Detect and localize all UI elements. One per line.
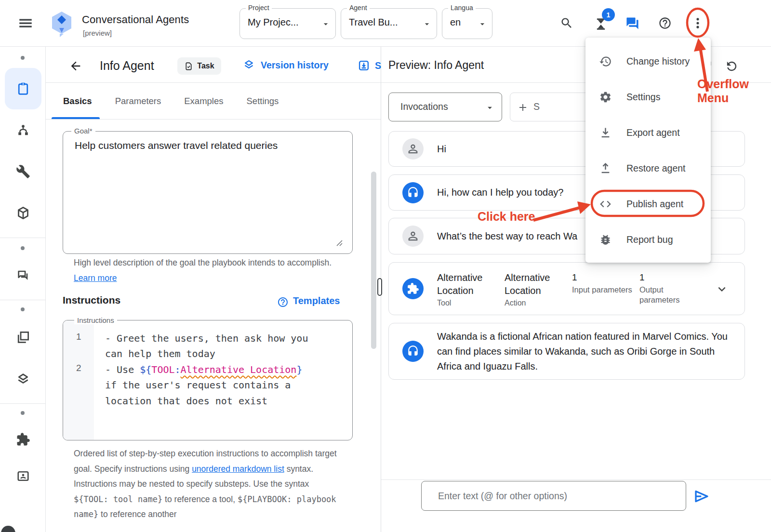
sidebar-item-flows[interactable] xyxy=(16,123,30,137)
sidebar-item-conversations[interactable] xyxy=(16,268,30,283)
chat-icon xyxy=(625,16,639,30)
notification-badge: 1 xyxy=(602,8,615,21)
package-icon xyxy=(16,206,30,220)
menu-item-settings[interactable]: Settings xyxy=(585,79,711,115)
sidebar-item-tools[interactable] xyxy=(16,164,30,179)
message-text: Wakanda is a fictional African nation fe… xyxy=(437,329,733,374)
language-dropdown-value: en xyxy=(450,17,461,28)
sidebar-item-contacts[interactable] xyxy=(16,469,30,483)
person-icon xyxy=(406,229,420,243)
badge-icon xyxy=(16,469,30,483)
menu-item-export-agent[interactable]: Export agent xyxy=(585,115,711,150)
sidebar-divider xyxy=(0,300,46,300)
conversation-icon xyxy=(16,268,30,283)
question-icon[interactable] xyxy=(277,296,289,308)
menu-item-report-bug[interactable]: Report bug xyxy=(585,222,711,257)
save-button[interactable]: S xyxy=(358,59,381,72)
plus-icon xyxy=(517,102,529,113)
divider xyxy=(381,82,771,83)
instructions-heading: Instructions xyxy=(63,294,120,306)
code-text: - Use xyxy=(105,364,140,375)
send-button[interactable] xyxy=(693,488,710,505)
agent-avatar xyxy=(402,182,424,203)
version-history-icon xyxy=(243,59,255,71)
resize-handle-icon[interactable] xyxy=(335,239,343,247)
download-icon xyxy=(599,126,612,139)
menu-item-label: Export agent xyxy=(626,127,680,138)
project-dropdown-value: My Projec... xyxy=(248,17,299,28)
sidebar-item-extensions[interactable] xyxy=(16,432,30,447)
save-example-label: S xyxy=(533,101,540,112)
goal-field-label: Goal* xyxy=(71,127,95,135)
gear-icon xyxy=(599,91,612,104)
helper-segment: to reference a tool, xyxy=(162,494,238,504)
agent-dropdown[interactable]: Agent Travel Bu... xyxy=(341,8,437,39)
sidebar-item-integrations[interactable] xyxy=(16,206,30,220)
sidebar-item-pages[interactable] xyxy=(16,330,30,345)
playbook-tabs: Basics Parameters Examples Settings xyxy=(52,83,290,119)
menu-item-label: Restore agent xyxy=(626,163,686,174)
code-token: : xyxy=(175,364,181,375)
menu-item-publish-agent[interactable]: Publish agent xyxy=(585,186,711,222)
layers-icon xyxy=(16,372,30,387)
help-icon xyxy=(658,16,672,30)
back-icon xyxy=(69,59,82,73)
code-text: if the user's request contains a locatio… xyxy=(105,379,291,406)
headset-icon xyxy=(407,345,419,358)
save-icon xyxy=(358,59,370,72)
tab-parameters[interactable]: Parameters xyxy=(104,83,173,119)
caret-down-icon xyxy=(422,19,432,29)
markdown-list-link[interactable]: unordered markdown list xyxy=(192,464,284,474)
reset-conversation-button[interactable] xyxy=(725,59,739,73)
active-tab-underline xyxy=(52,117,100,119)
menu-item-change-history[interactable]: Change history xyxy=(585,43,711,79)
scrollbar-thumb[interactable] xyxy=(371,172,376,349)
back-button[interactable] xyxy=(69,59,82,73)
language-dropdown[interactable]: Langua en xyxy=(442,8,492,39)
wrench-icon xyxy=(16,164,30,179)
project-dropdown[interactable]: Project My Projec... xyxy=(239,8,336,39)
more-vert-icon xyxy=(691,16,705,30)
tab-settings[interactable]: Settings xyxy=(235,83,291,119)
footer-divider xyxy=(381,479,771,480)
task-badge-label: Task xyxy=(197,62,214,70)
goal-helper-text: High level description of the goal the p… xyxy=(74,255,336,286)
tool-avatar xyxy=(402,278,424,299)
instruction-line-1: - Greet the users, then ask how you can … xyxy=(105,331,318,362)
language-dropdown-label: Langua xyxy=(448,4,476,12)
agent-dropdown-label: Agent xyxy=(347,4,370,12)
panel-resize-handle[interactable] xyxy=(377,278,382,296)
caret-down-icon xyxy=(321,19,331,29)
tab-basics[interactable]: Basics xyxy=(52,83,104,119)
sidebar-item-playbooks[interactable] xyxy=(16,81,30,96)
sidebar-divider xyxy=(0,403,46,404)
menu-icon xyxy=(17,15,34,31)
message-text: Hi xyxy=(437,144,446,155)
agent-dropdown-value: Travel Bu... xyxy=(349,17,398,28)
conversations-button[interactable] xyxy=(625,16,639,30)
search-icon xyxy=(560,16,573,30)
headset-icon xyxy=(407,186,419,199)
templates-link[interactable]: Templates xyxy=(293,295,340,306)
divider xyxy=(46,119,381,120)
user-avatar xyxy=(402,138,424,160)
tab-examples[interactable]: Examples xyxy=(173,83,235,119)
menu-item-restore-agent[interactable]: Restore agent xyxy=(585,150,711,186)
invocations-dropdown[interactable]: Invocations xyxy=(388,93,502,121)
tool-invocation-card: Alternative Location Tool Alternative Lo… xyxy=(388,262,745,315)
search-button[interactable] xyxy=(560,16,573,30)
version-history-button[interactable]: Version history xyxy=(243,59,329,71)
chevron-down-icon[interactable] xyxy=(715,282,729,296)
overflow-menu-button[interactable] xyxy=(691,16,705,30)
code-token: } xyxy=(296,364,302,375)
tool-name: Alternative Location xyxy=(437,271,502,297)
learn-more-link[interactable]: Learn more xyxy=(74,273,117,283)
sidebar-item-versions[interactable] xyxy=(16,372,30,387)
chat-input[interactable] xyxy=(421,481,686,511)
instructions-code[interactable]: - Greet the users, then ask how you can … xyxy=(105,331,318,409)
tool-kind: Tool xyxy=(437,299,502,307)
help-button[interactable] xyxy=(658,16,672,30)
hamburger-menu-button[interactable] xyxy=(17,15,34,31)
instruction-line-2: - Use ${TOOL:Alternative Location} if th… xyxy=(105,362,318,409)
app-title: Conversational Agents xyxy=(82,13,189,26)
